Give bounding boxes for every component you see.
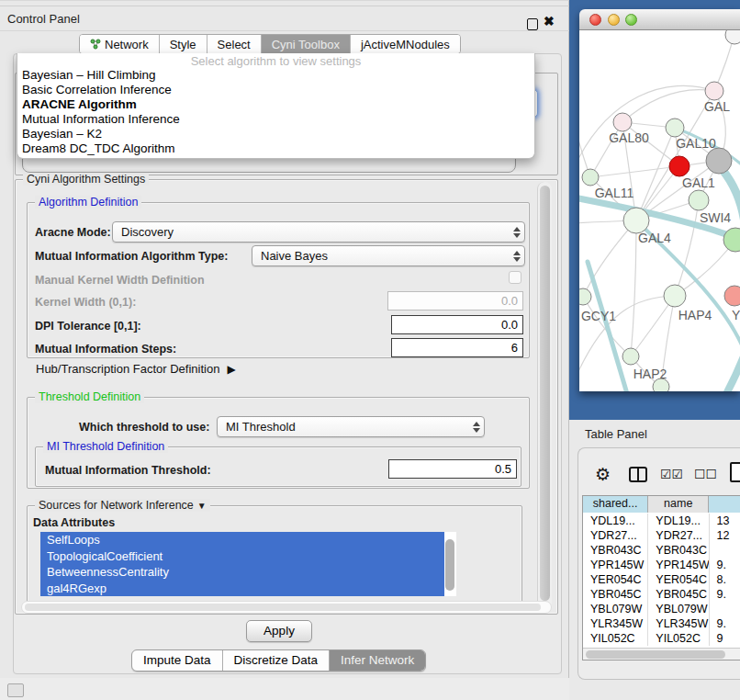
node-gal80-label: GAL80 <box>609 130 649 145</box>
mi-threshold-field[interactable] <box>388 459 517 479</box>
threshold-definition-title: Threshold Definition <box>35 390 144 403</box>
attribute-item-topologicalcoefficient[interactable]: TopologicalCoefficient <box>40 548 444 565</box>
node-red[interactable] <box>669 156 690 176</box>
attribute-item-selfloops[interactable]: SelfLoops <box>40 532 444 548</box>
algorithm-dropdown-popup: Select algorithm to view settings Bayesi… <box>17 53 535 159</box>
algorithm-option-bayesian-k2[interactable]: Bayesian – K2 <box>17 127 534 141</box>
node-gal80[interactable] <box>613 113 632 131</box>
column-header-shared[interactable]: shared... <box>583 496 648 513</box>
node-swi4-label: SWI4 <box>700 210 731 225</box>
bottom-tab-infer-network[interactable]: Infer Network <box>330 650 425 671</box>
table-row[interactable]: YDL19...YDL19...13 <box>583 514 740 528</box>
table-row[interactable]: YLR345WYLR345W9. <box>583 616 740 631</box>
table-row[interactable]: YDR27...YDR27...12 <box>583 528 740 543</box>
kernel-width-field[interactable] <box>387 291 523 310</box>
network-edge-highlighted[interactable] <box>588 262 636 391</box>
algorithm-option-basic-correlation-inference[interactable]: Basic Correlation Inference <box>17 83 534 97</box>
attributes-scrollbar-thumb[interactable] <box>445 539 454 591</box>
which-threshold-combobox[interactable]: MI Threshold <box>217 416 485 437</box>
close-icon[interactable]: ✖ <box>544 14 555 28</box>
split-columns-icon[interactable] <box>629 467 647 482</box>
algorithm-option-aracne-algorithm[interactable]: ARACNE Algorithm <box>17 97 534 112</box>
bottom-tab-impute-data[interactable]: Impute Data <box>132 650 223 671</box>
mi-type-combobox[interactable]: Naive Bayes <box>252 245 525 266</box>
table-row[interactable]: YIL052CYIL052C9 <box>583 631 740 646</box>
table-cell: YLR345W <box>583 616 648 631</box>
apply-button[interactable]: Apply <box>246 620 312 642</box>
node-gal10[interactable] <box>666 119 684 137</box>
page-icon[interactable] <box>730 462 740 482</box>
column-header-partial[interactable] <box>709 496 740 513</box>
table-row[interactable]: YBR043CYBR043C <box>583 543 740 558</box>
float-window-icon[interactable] <box>527 18 538 30</box>
node-top-partial[interactable] <box>725 30 740 44</box>
attribute-item-betweennesscentrality[interactable]: BetweennessCentrality <box>40 564 444 581</box>
aracne-mode-value: Discovery <box>113 225 510 239</box>
settings-hscrollbar-thumb[interactable] <box>25 604 541 611</box>
table-cell: YBL079W <box>583 602 648 616</box>
network-edge[interactable] <box>631 220 636 356</box>
dpi-tolerance-field[interactable] <box>391 315 523 334</box>
node-gal1[interactable] <box>706 148 732 174</box>
network-edge[interactable] <box>622 90 714 122</box>
table-cell: YPR145W <box>648 558 709 572</box>
table-cell: YER054C <box>648 572 709 587</box>
aracne-mode-combobox[interactable]: Discovery <box>112 221 525 243</box>
table-row[interactable]: YBR045CYBR045C9. <box>583 587 740 602</box>
node-hap4[interactable] <box>664 285 686 307</box>
node-salmon[interactable] <box>724 286 740 306</box>
table-hscrollbar-thumb[interactable] <box>586 650 725 659</box>
node-gcy1[interactable] <box>579 288 591 305</box>
table-row[interactable]: YER054CYER054C8. <box>583 572 740 587</box>
table-row[interactable]: YBL079WYBL079W <box>583 602 740 616</box>
algorithm-option-mutual-information-inference[interactable]: Mutual Information Inference <box>17 112 534 127</box>
node-gal1-label: GAL1 <box>682 175 715 190</box>
close-traffic-light-icon[interactable] <box>589 14 601 26</box>
tab-style[interactable]: Style <box>160 35 207 53</box>
table-row[interactable]: YPR145WYPR145W9. <box>583 558 740 572</box>
attribute-item-gal4rgexp[interactable]: gal4RGexp <box>40 581 444 597</box>
hide-columns-icon[interactable]: ☐☐ <box>694 467 717 481</box>
network-canvas[interactable]: GALGAL80GAL10GAL1GAL11SWI4GAL4GCY1HAP4YH… <box>579 30 740 391</box>
table-rows: YDL19...YDL19...13YDR27...YDR27...12YBR0… <box>583 514 740 647</box>
zoom-traffic-light-icon[interactable] <box>625 14 637 26</box>
show-columns-icon[interactable]: ☑☑ <box>660 467 683 481</box>
tab-jactivemnodules[interactable]: jActiveMNodules <box>351 35 460 53</box>
network-edge-highlighted[interactable] <box>706 352 740 391</box>
node-hap2[interactable] <box>622 348 639 365</box>
settings-scrollbar-thumb[interactable] <box>540 186 550 601</box>
node-gal4[interactable] <box>623 208 649 233</box>
gear-icon[interactable]: ⚙ <box>595 464 611 485</box>
bottom-tab-discretize-data[interactable]: Discretize Data <box>223 650 331 671</box>
data-attributes-label: Data Attributes <box>33 516 115 529</box>
table-cell: 13 <box>710 514 740 528</box>
tab-cyni-toolbox[interactable]: Cyni Toolbox <box>262 35 351 53</box>
algorithm-option-bayesian-hill-climbing[interactable]: Bayesian – Hill Climbing <box>17 68 534 83</box>
node-gal11[interactable] <box>582 169 599 186</box>
which-threshold-value: MI Threshold <box>218 420 469 434</box>
algorithm-option-dream8-dc-tdc-algorithm[interactable]: Dream8 DC_TDC Algorithm <box>17 141 534 156</box>
settings-scrollbar-track <box>537 182 552 610</box>
mi-steps-field[interactable] <box>391 338 523 357</box>
column-header-name[interactable]: name <box>648 496 709 513</box>
manual-kernel-checkbox[interactable] <box>509 271 521 284</box>
table-hscrollbar-track <box>583 648 740 660</box>
hub-definition-expander[interactable]: Hub/Transcription Factor Definition▶ <box>36 362 236 376</box>
tab-select[interactable]: Select <box>207 35 262 53</box>
network-edge[interactable] <box>579 85 714 168</box>
collapsed-panel-button[interactable] <box>7 683 24 697</box>
table-cell <box>710 602 740 616</box>
node-gal-cut[interactable] <box>705 82 723 100</box>
mi-type-label: Mutual Information Algorithm Type: <box>35 250 228 263</box>
tab-label: jActiveMNodules <box>361 38 450 51</box>
table-panel-title: Table Panel <box>585 427 647 441</box>
threshold-definition-group: Threshold Definition Which threshold to … <box>27 397 530 489</box>
sources-title[interactable]: Sources for Network Inference▼ <box>35 499 210 512</box>
minimize-traffic-light-icon[interactable] <box>608 14 620 26</box>
tab-network[interactable]: Network <box>80 35 160 53</box>
network-window-titlebar[interactable] <box>579 9 740 30</box>
table-cell: 9. <box>710 616 740 631</box>
algorithm-list: Bayesian – Hill ClimbingBasic Correlatio… <box>17 68 534 156</box>
network-edge[interactable] <box>583 220 636 297</box>
node-swi4[interactable] <box>689 190 709 210</box>
